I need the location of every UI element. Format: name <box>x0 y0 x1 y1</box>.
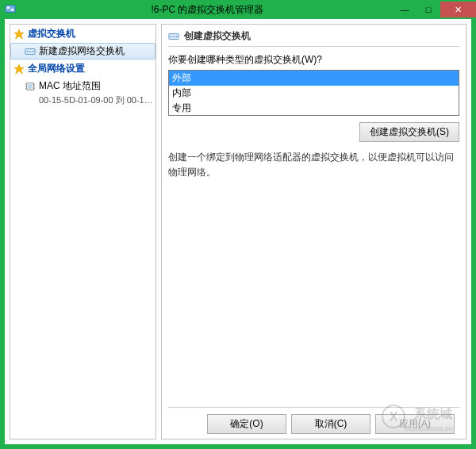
type-prompt: 你要创建哪种类型的虚拟交换机(W)? <box>168 53 459 67</box>
dialog-footer: 确定(O) 取消(C) 应用(A) <box>168 407 459 436</box>
maximize-button[interactable]: □ <box>416 2 440 17</box>
mac-range-value: 00-15-5D-01-09-00 到 00-15-5D-0... <box>10 94 155 106</box>
window-title: !6-PC 的虚拟交换机管理器 <box>22 3 393 17</box>
left-tree-panel: 虚拟交换机 新建虚拟网络交换机 全局网络设置 MAC 地址范围 00-15-5D… <box>10 24 156 439</box>
create-button-row: 创建虚拟交换机(S) <box>168 122 459 142</box>
tree-item-label: 新建虚拟网络交换机 <box>39 44 125 58</box>
svg-point-20 <box>176 36 178 37</box>
svg-marker-8 <box>14 63 24 73</box>
create-switch-button[interactable]: 创建虚拟交换机(S) <box>359 122 459 142</box>
svg-point-7 <box>33 51 34 52</box>
switch-icon <box>25 46 36 57</box>
svg-rect-10 <box>28 84 32 88</box>
apply-button[interactable]: 应用(A) <box>375 414 455 434</box>
svg-point-19 <box>173 36 175 37</box>
listbox-item-external[interactable]: 外部 <box>169 71 459 86</box>
tree-group-virtual-switches[interactable]: 虚拟交换机 <box>10 25 155 43</box>
star-icon <box>13 63 25 75</box>
window-controls: — □ ✕ <box>393 2 476 17</box>
app-icon <box>5 3 17 16</box>
content-area: 虚拟交换机 新建虚拟网络交换机 全局网络设置 MAC 地址范围 00-15-5D… <box>5 19 471 444</box>
svg-marker-3 <box>14 29 24 38</box>
tree-group-label: 全局网络设置 <box>28 62 85 75</box>
listbox-item-internal[interactable]: 内部 <box>169 86 459 101</box>
type-description: 创建一个绑定到物理网络适配器的虚拟交换机，以便虚拟机可以访问物理网络。 <box>168 150 459 180</box>
svg-point-18 <box>171 36 172 37</box>
tree-group-global-settings[interactable]: 全局网络设置 <box>10 59 155 78</box>
listbox-item-private[interactable]: 专用 <box>169 101 459 116</box>
tree-item-label: MAC 地址范围 <box>39 79 101 93</box>
tree-item-mac-range[interactable]: MAC 地址范围 <box>10 78 155 94</box>
section-header: 创建虚拟交换机 <box>168 28 459 47</box>
switch-icon <box>168 31 179 42</box>
tree-group-label: 虚拟交换机 <box>28 27 75 40</box>
cancel-button[interactable]: 取消(C) <box>291 414 370 434</box>
window-frame: !6-PC 的虚拟交换机管理器 — □ ✕ 虚拟交换机 新建虚拟网络交换机 全局… <box>0 0 476 449</box>
section-title: 创建虚拟交换机 <box>184 29 251 43</box>
star-icon <box>13 29 25 40</box>
tree-item-new-switch[interactable]: 新建虚拟网络交换机 <box>10 43 155 59</box>
ok-button[interactable]: 确定(O) <box>207 414 286 434</box>
right-detail-panel: 创建虚拟交换机 你要创建哪种类型的虚拟交换机(W)? 外部 内部 专用 创建虚拟… <box>161 24 466 439</box>
svg-point-5 <box>27 51 29 52</box>
titlebar[interactable]: !6-PC 的虚拟交换机管理器 — □ ✕ <box>0 0 476 19</box>
chip-icon <box>25 81 36 92</box>
minimize-button[interactable]: — <box>393 2 416 17</box>
svg-rect-2 <box>11 9 14 11</box>
svg-point-6 <box>29 51 31 52</box>
switch-type-listbox[interactable]: 外部 内部 专用 <box>168 70 459 116</box>
svg-rect-1 <box>7 6 10 9</box>
close-button[interactable]: ✕ <box>440 2 476 17</box>
